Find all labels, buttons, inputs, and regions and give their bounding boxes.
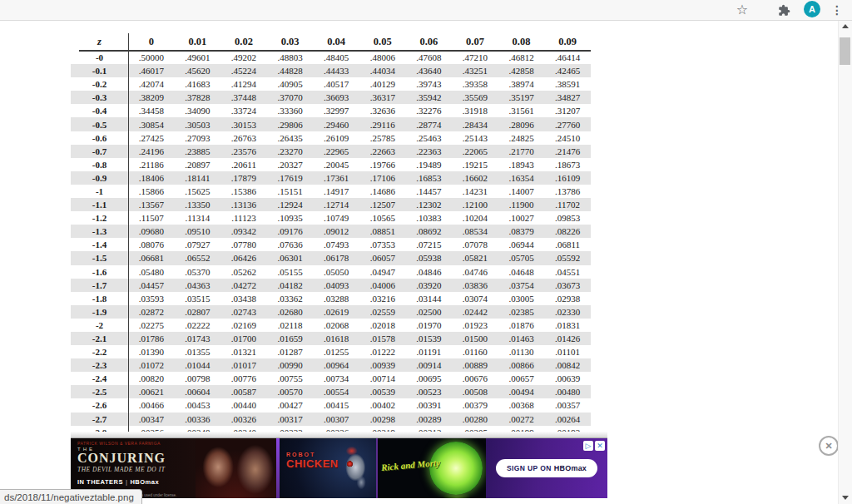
probability-cell: .30153 <box>220 120 267 130</box>
table-row: -1.1.13567.13350.13136.12924.12714.12507… <box>71 198 591 211</box>
robot-chicken-head-image <box>334 445 373 495</box>
probability-cell: .02559 <box>359 307 406 317</box>
probability-cell: .36317 <box>359 92 406 102</box>
probability-cell: .08851 <box>359 226 406 236</box>
probability-cell: .47210 <box>452 52 498 62</box>
table-row: -1.6.05480.05370.05262.05155.05050.04947… <box>71 265 591 279</box>
probability-cell: .25785 <box>359 133 406 143</box>
probability-cell: .01160 <box>452 347 498 357</box>
z-value-cell: -2.2 <box>71 347 128 357</box>
probability-cell: .27425 <box>128 133 175 143</box>
probability-cell: .02500 <box>406 307 453 317</box>
probability-cell: .48405 <box>313 52 359 62</box>
probability-cell: .00307 <box>313 414 359 424</box>
table-row: -1.3.09680.09510.09342.09176.09012.08851… <box>71 225 591 238</box>
z-value-cell: -1.6 <box>71 267 128 277</box>
z-value-cell: -1.8 <box>71 294 128 304</box>
robot-chicken-line1: ROBOT <box>286 452 339 457</box>
ad-close-icon[interactable]: ✕ <box>595 441 605 451</box>
probability-cell: .04551 <box>544 267 591 277</box>
probability-cell: .00889 <box>452 360 498 370</box>
probability-cell: .03754 <box>498 280 545 290</box>
z-value-cell: -2.7 <box>71 414 128 424</box>
probability-cell: .00508 <box>452 387 498 397</box>
probability-cell: .19766 <box>359 160 406 170</box>
ad-panel-robot-chicken: ROBOT CHICKEN <box>280 438 376 498</box>
probability-cell: .00570 <box>267 387 314 397</box>
column-header: 0.04 <box>313 36 359 48</box>
probability-cell: .05370 <box>175 267 221 277</box>
status-url-text: ds/2018/11/negativeztable.png <box>4 492 134 502</box>
probability-cell: .06426 <box>220 253 267 263</box>
probability-cell: .24196 <box>128 146 175 156</box>
probability-cell: .09680 <box>128 226 175 236</box>
probability-cell: .14457 <box>406 186 453 196</box>
probability-cell: .31207 <box>544 106 591 116</box>
probability-cell: .00357 <box>544 400 591 410</box>
probability-cell: .13350 <box>175 200 221 210</box>
status-bar: ds/2018/11/negativeztable.png <box>0 489 142 504</box>
extensions-puzzle-icon[interactable] <box>775 2 792 18</box>
probability-cell: .02222 <box>175 320 221 330</box>
scroll-up-arrow-icon[interactable] <box>839 20 852 32</box>
probability-cell: .15866 <box>128 186 175 196</box>
probability-cell: .11507 <box>128 213 175 223</box>
probability-cell: .15386 <box>220 186 267 196</box>
probability-cell: .20327 <box>267 160 314 170</box>
browser-menu-kebab-icon[interactable]: ⋮ <box>829 2 845 18</box>
z-value-cell: -2.4 <box>71 373 128 383</box>
probability-cell: .01390 <box>128 347 175 357</box>
probability-cell: .00427 <box>267 400 314 410</box>
scrollbar-thumb[interactable] <box>840 37 850 65</box>
scroll-down-arrow-icon[interactable] <box>839 492 852 504</box>
probability-cell: .00298 <box>359 414 406 424</box>
adchoices-icon[interactable]: ▷ <box>583 441 593 451</box>
probability-cell: .46414 <box>544 52 591 62</box>
probability-cell: .03920 <box>406 280 453 290</box>
table-row: -0.5.30854.30503.30153.29806.29460.29116… <box>71 117 591 131</box>
probability-cell: .25463 <box>406 133 453 143</box>
probability-cell: .24825 <box>498 133 545 143</box>
z-value-cell: -0.9 <box>71 173 128 183</box>
table-row: -2.7.00347.00336.00326.00317.00307.00298… <box>71 413 591 426</box>
probability-cell: .10204 <box>452 213 498 223</box>
table-body: -0.50000.49601.49202.48803.48405.48006.4… <box>71 51 591 439</box>
probability-cell: .03836 <box>452 280 498 290</box>
probability-cell: .07780 <box>220 240 267 250</box>
z-value-cell: -0 <box>71 52 128 62</box>
probability-cell: .44828 <box>267 66 314 76</box>
table-row: -1.9.02872.02807.02743.02680.02619.02559… <box>71 305 591 319</box>
hbomax-ad-banner[interactable]: PATRICK WILSON & VERA FARMIGA THE CONJUR… <box>71 432 607 498</box>
probability-cell: .20045 <box>313 160 359 170</box>
probability-cell: .00621 <box>128 387 175 397</box>
probability-cell: .03438 <box>220 294 267 304</box>
probability-cell: .11314 <box>175 213 221 223</box>
probability-cell: .00264 <box>544 414 591 424</box>
probability-cell: .00523 <box>406 387 453 397</box>
profile-avatar[interactable]: A <box>804 1 820 17</box>
probability-cell: .16109 <box>544 173 591 183</box>
probability-cell: .00326 <box>220 414 267 424</box>
probability-cell: .03288 <box>313 294 359 304</box>
probability-cell: .22663 <box>359 146 406 156</box>
probability-cell: .00317 <box>267 414 314 424</box>
z-value-cell: -1.2 <box>71 213 128 223</box>
page-ad-close-button[interactable]: ✕ <box>819 436 839 456</box>
probability-cell: .01831 <box>544 320 591 330</box>
probability-cell: .01130 <box>498 347 545 357</box>
sign-up-button[interactable]: SIGN UP ON HBOmax <box>496 459 597 477</box>
probability-cell: .42858 <box>498 66 545 76</box>
probability-cell: .01970 <box>406 320 453 330</box>
bookmark-star-icon[interactable]: ☆ <box>734 2 750 18</box>
probability-cell: .13786 <box>544 186 591 196</box>
probability-cell: .08076 <box>128 240 175 250</box>
probability-cell: .05592 <box>544 253 591 263</box>
probability-cell: .19215 <box>452 160 498 170</box>
table-row: -0.1.46017.45620.45224.44828.44433.44034… <box>71 64 591 77</box>
probability-cell: .01923 <box>452 320 498 330</box>
probability-cell: .12302 <box>406 200 453 210</box>
probability-cell: .40129 <box>359 79 406 89</box>
probability-cell: .27760 <box>544 120 591 130</box>
vertical-scrollbar[interactable] <box>838 20 852 504</box>
probability-cell: .04363 <box>175 280 221 290</box>
